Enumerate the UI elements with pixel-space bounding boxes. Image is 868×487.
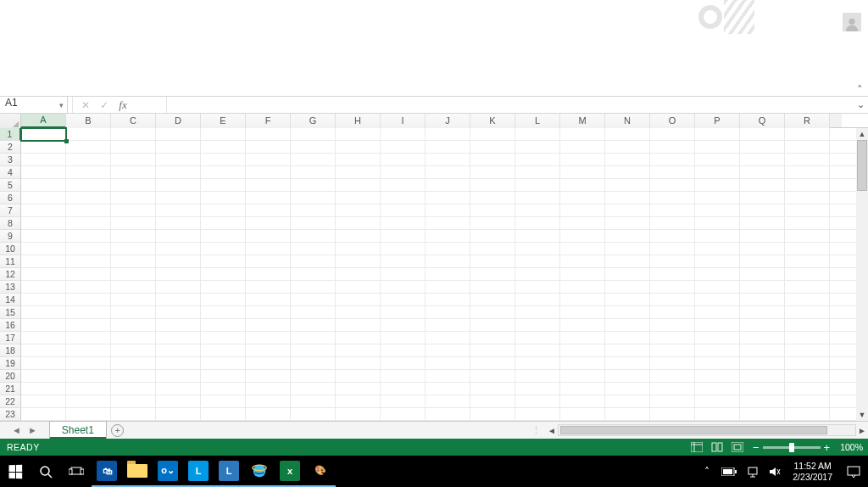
column-header[interactable]: M xyxy=(560,114,605,128)
ribbon-collapse-icon[interactable]: ˄ xyxy=(857,83,863,96)
start-button[interactable] xyxy=(0,456,31,487)
row-header[interactable]: 4 xyxy=(0,166,21,179)
account-icon[interactable] xyxy=(843,13,861,31)
row-header[interactable]: 7 xyxy=(0,204,21,217)
row-header[interactable]: 10 xyxy=(0,243,21,255)
view-page-layout-icon[interactable] xyxy=(707,439,727,456)
taskbar-app-excel[interactable]: x xyxy=(275,456,305,487)
active-cell[interactable] xyxy=(21,128,66,141)
row-header[interactable]: 5 xyxy=(0,179,21,192)
taskbar-app-lync[interactable]: L xyxy=(214,456,244,487)
row-header[interactable]: 6 xyxy=(0,192,21,204)
taskbar-app-outlook[interactable]: o⌄ xyxy=(153,456,183,487)
manager-icon: L xyxy=(188,461,209,481)
insert-function-icon[interactable]: fx xyxy=(114,97,132,113)
column-header[interactable]: D xyxy=(156,114,201,128)
column-header[interactable]: K xyxy=(470,114,515,128)
zoom-out-button[interactable]: − xyxy=(749,442,763,453)
column-header[interactable]: O xyxy=(650,114,695,128)
formula-bar: A1 ▾ ✕ ✓ fx ⌄ xyxy=(0,96,868,114)
taskbar-app-ie[interactable] xyxy=(244,456,275,487)
network-icon[interactable] xyxy=(742,466,764,478)
name-box[interactable]: A1 ▾ xyxy=(0,97,68,113)
row-header[interactable]: 8 xyxy=(0,217,21,230)
row-header[interactable]: 20 xyxy=(0,370,21,383)
formula-input[interactable] xyxy=(166,97,853,113)
row-header[interactable]: 13 xyxy=(0,281,21,294)
view-page-break-icon[interactable] xyxy=(727,439,748,456)
column-header[interactable]: Q xyxy=(740,114,785,128)
column-header[interactable]: N xyxy=(605,114,650,128)
svg-rect-5 xyxy=(718,443,722,451)
zoom-control[interactable]: − + 100% xyxy=(748,442,868,453)
column-header[interactable]: R xyxy=(785,114,830,128)
row-header[interactable]: 11 xyxy=(0,255,21,268)
zoom-slider[interactable] xyxy=(763,446,821,449)
horizontal-scrollbar[interactable]: ◄ ► xyxy=(546,422,868,439)
tray-overflow-icon[interactable]: ˄ xyxy=(698,466,716,478)
column-header[interactable]: P xyxy=(695,114,740,128)
column-header[interactable]: G xyxy=(291,114,336,128)
taskbar-app-file-explorer[interactable] xyxy=(122,456,153,487)
horizontal-scroll-thumb[interactable] xyxy=(560,426,827,434)
column-header[interactable]: J xyxy=(426,114,470,128)
row-header[interactable]: 3 xyxy=(0,154,21,166)
action-center-icon[interactable] xyxy=(839,456,868,487)
tabstrip-splitter[interactable]: ⋮ xyxy=(526,422,546,439)
row-header[interactable]: 12 xyxy=(0,268,21,281)
volume-icon[interactable] xyxy=(764,466,786,478)
taskbar-app-store[interactable]: 🛍 xyxy=(92,456,122,487)
row-header[interactable]: 19 xyxy=(0,357,21,370)
row-header[interactable]: 15 xyxy=(0,306,21,319)
expand-formula-bar-icon[interactable]: ⌄ xyxy=(853,97,868,113)
column-header[interactable]: L xyxy=(515,114,560,128)
view-normal-icon[interactable] xyxy=(687,439,707,456)
taskbar-clock[interactable]: 11:52 AM 2/23/2017 xyxy=(786,461,839,482)
svg-rect-12 xyxy=(81,469,84,474)
taskbar-app-manager[interactable]: L xyxy=(183,456,214,487)
row-header[interactable]: 23 xyxy=(0,408,21,421)
column-header[interactable]: A xyxy=(21,114,66,128)
column-header[interactable]: F xyxy=(246,114,291,128)
cells-area[interactable] xyxy=(21,128,868,421)
column-header[interactable]: E xyxy=(201,114,246,128)
status-bar: READY − + 100% xyxy=(0,439,868,456)
battery-icon[interactable] xyxy=(716,467,742,476)
paint-icon: 🎨 xyxy=(310,461,331,481)
name-box-value[interactable]: A1 xyxy=(0,97,67,113)
row-header[interactable]: 17 xyxy=(0,332,21,344)
svg-point-0 xyxy=(849,19,854,25)
tab-nav-next-icon[interactable]: ► xyxy=(25,425,41,435)
taskbar-app-paint[interactable]: 🎨 xyxy=(305,456,336,487)
zoom-in-button[interactable]: + xyxy=(821,442,834,453)
vertical-scroll-thumb[interactable] xyxy=(857,140,867,191)
zoom-slider-knob[interactable] xyxy=(789,443,794,452)
tab-nav-prev-icon[interactable]: ◄ xyxy=(8,425,25,435)
row-header[interactable]: 22 xyxy=(0,395,21,408)
row-header[interactable]: 2 xyxy=(0,141,21,154)
row-header[interactable]: 1 xyxy=(0,128,21,141)
vertical-scrollbar[interactable]: ▲ ▼ xyxy=(856,128,868,421)
column-header[interactable]: C xyxy=(111,114,156,128)
select-all-corner[interactable] xyxy=(0,114,21,128)
svg-rect-1 xyxy=(691,442,703,452)
row-header[interactable]: 9 xyxy=(0,230,21,243)
zoom-percentage[interactable]: 100% xyxy=(833,442,863,452)
task-view-button[interactable] xyxy=(61,456,92,487)
new-sheet-button[interactable]: + xyxy=(107,422,129,439)
search-button[interactable] xyxy=(31,456,61,487)
scroll-up-icon[interactable]: ▲ xyxy=(856,128,868,140)
ie-icon xyxy=(249,461,270,481)
column-header[interactable]: H xyxy=(336,114,381,128)
scroll-right-icon[interactable]: ► xyxy=(856,426,868,435)
row-header[interactable]: 18 xyxy=(0,344,21,357)
row-header[interactable]: 16 xyxy=(0,319,21,332)
sheet-tab-active[interactable]: Sheet1 xyxy=(49,421,107,439)
scroll-down-icon[interactable]: ▼ xyxy=(856,409,868,421)
column-header[interactable]: B xyxy=(66,114,111,128)
column-header[interactable]: I xyxy=(381,114,426,128)
scroll-left-icon[interactable]: ◄ xyxy=(546,426,558,435)
row-header[interactable]: 21 xyxy=(0,383,21,395)
store-icon: 🛍 xyxy=(97,461,117,481)
row-header[interactable]: 14 xyxy=(0,294,21,306)
